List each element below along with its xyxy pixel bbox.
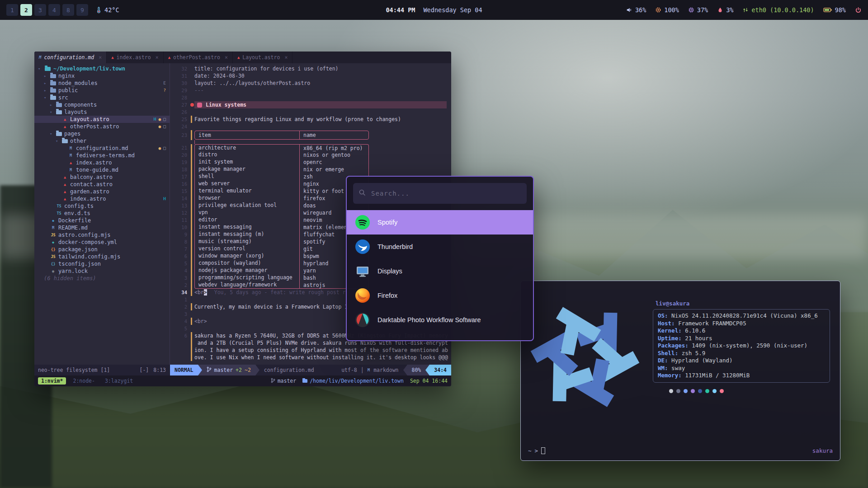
- tree-item[interactable]: ▾src: [34, 94, 170, 101]
- workspace-button[interactable]: 8: [62, 4, 74, 16]
- power-button[interactable]: [855, 7, 862, 14]
- line-number: 20: [170, 151, 191, 159]
- editor-tab[interactable]: ▲otherPost.astro×: [164, 52, 233, 63]
- shell-prompt[interactable]: ~ >: [528, 447, 545, 454]
- workspace-button[interactable]: 3: [34, 4, 46, 16]
- tree-item[interactable]: ▲garden.astro: [34, 188, 170, 195]
- tree-item[interactable]: ▸nginx: [34, 72, 170, 80]
- tree-item[interactable]: ◆docker-compose.yml: [34, 239, 170, 246]
- markdown-file-icon: M: [39, 55, 41, 60]
- launcher-search[interactable]: [353, 183, 527, 204]
- network-indicator[interactable]: eth0 (10.0.0.140): [742, 6, 814, 14]
- tree-item[interactable]: MREADME.md: [34, 224, 170, 231]
- tree-item[interactable]: (6 hidden items): [34, 275, 170, 282]
- tree-item[interactable]: TSconfig.ts: [34, 202, 170, 210]
- tree-item[interactable]: ▸public?: [34, 87, 170, 94]
- tree-root[interactable]: ▾ ~/Development/liv.town: [34, 65, 170, 72]
- file-type-icon: ▲: [62, 195, 68, 202]
- editor-tab[interactable]: ▲index.astro×: [107, 52, 164, 63]
- launcher-item[interactable]: Firefox: [347, 283, 533, 308]
- tree-item-label: garden.astro: [70, 188, 109, 195]
- tree-item[interactable]: ▾pages: [34, 130, 170, 137]
- tree-item[interactable]: JStailwind.config.mjs: [34, 253, 170, 260]
- file-type-icon: ◆: [50, 217, 56, 224]
- tmux-window[interactable]: 3:lazygit: [102, 377, 136, 385]
- close-tab-icon[interactable]: ×: [156, 54, 159, 61]
- tree-item[interactable]: ▸node_modulesE: [34, 80, 170, 87]
- thunderbird-icon: [355, 239, 370, 254]
- tree-item-label: tsconfig.json: [58, 260, 101, 267]
- launcher-item[interactable]: Darktable Photo Workflow Software: [347, 308, 533, 332]
- sign-column: [191, 245, 194, 253]
- fetch-info-row: Shell: zsh 5.9: [658, 350, 825, 357]
- volume-indicator[interactable]: 36%: [626, 6, 646, 14]
- tree-item[interactable]: ▲Layout.astroH●□: [34, 116, 170, 123]
- volume-value: 36%: [635, 6, 646, 14]
- close-tab-icon[interactable]: ×: [284, 54, 288, 61]
- tree-item[interactable]: JSastro.config.mjs: [34, 231, 170, 239]
- chevron-down-icon: ▾: [56, 137, 60, 145]
- tree-item[interactable]: {}tsconfig.json: [34, 260, 170, 267]
- close-tab-icon[interactable]: ×: [99, 54, 102, 61]
- line-number: 24: [170, 123, 191, 130]
- tree-item[interactable]: ▲index.astro: [34, 159, 170, 166]
- tree-item[interactable]: ▾other: [34, 137, 170, 145]
- launcher-item[interactable]: Displays: [347, 259, 533, 283]
- tree-item[interactable]: ▲otherPost.astro●□: [34, 123, 170, 130]
- fetch-info-key: Host:: [658, 320, 678, 327]
- battery-indicator[interactable]: 98%: [823, 6, 846, 14]
- tree-item[interactable]: ◉yarn.lock: [34, 267, 170, 275]
- tree-item[interactable]: TSenv.d.ts: [34, 210, 170, 217]
- table-cell-item: architecture: [195, 145, 300, 151]
- cpu-indicator[interactable]: 37%: [688, 6, 708, 14]
- tree-item[interactable]: Mfediverse-terms.md: [34, 152, 170, 159]
- tree-item[interactable]: Mconfiguration.md●□: [34, 145, 170, 152]
- launcher-item-label: Thunderbird: [377, 243, 413, 250]
- fetch-info-row: OS: NixOS 24.11.20240828.71e91c4 (Vicuna…: [658, 312, 825, 320]
- tree-status-fold: [-]: [140, 367, 149, 373]
- git-status-badges: H●□: [154, 116, 166, 123]
- git-status-badges: E: [163, 80, 166, 87]
- brightness-indicator[interactable]: 100%: [655, 6, 679, 14]
- sign-column: [191, 202, 194, 209]
- fetch-info-key: Memory:: [658, 372, 685, 379]
- folder-open-icon: [56, 132, 62, 136]
- tmux-window[interactable]: 2:node-: [70, 377, 98, 385]
- launcher-app-list: SpotifyThunderbirdDisplaysFirefoxDarktab…: [347, 210, 533, 332]
- editor-tab[interactable]: Mconfiguration.md×: [34, 52, 107, 63]
- tree-item[interactable]: {}package.json: [34, 246, 170, 253]
- network-arrows-icon: [742, 7, 749, 13]
- tree-item[interactable]: ▸components: [34, 101, 170, 108]
- file-type-icon: ▲: [62, 174, 68, 181]
- workspace-button[interactable]: 9: [76, 4, 88, 16]
- editor-tab[interactable]: ▲Layout.astro×: [233, 52, 292, 63]
- memory-value: 3%: [726, 6, 733, 14]
- launcher-item[interactable]: Thunderbird: [347, 235, 533, 259]
- line-number: 28: [170, 94, 191, 101]
- sign-column: [191, 101, 194, 108]
- fetch-info-row: Memory: 11731MiB / 31280MiB: [658, 372, 825, 380]
- launcher-item[interactable]: Spotify: [347, 210, 533, 235]
- fetch-info-value: zsh 5.9: [682, 350, 706, 357]
- workspace-button[interactable]: 2: [20, 4, 32, 16]
- tree-item[interactable]: ▲contact.astro: [34, 181, 170, 188]
- close-tab-icon[interactable]: ×: [225, 54, 228, 61]
- tree-item[interactable]: Mtone-guide.md: [34, 166, 170, 174]
- tree-item[interactable]: ▲balcony.astro: [34, 174, 170, 181]
- tmux-window[interactable]: 1:nvim*: [38, 377, 66, 385]
- line-number: 3: [170, 310, 191, 318]
- workspace-button[interactable]: 1: [6, 4, 18, 16]
- table-header-box: itemname: [194, 131, 369, 140]
- tree-item[interactable]: ◆Dockerfile: [34, 217, 170, 224]
- line-number: 34: [170, 289, 191, 296]
- workspace-button[interactable]: 4: [48, 4, 60, 16]
- memory-indicator[interactable]: 3%: [717, 6, 733, 14]
- sign-column: [191, 65, 194, 72]
- tree-item-label: layouts: [64, 108, 87, 116]
- buffer-line: 27Linux systems: [170, 101, 451, 108]
- tree-item[interactable]: ▲index.astroH: [34, 195, 170, 202]
- table-cell-name: nixos or gentoo: [300, 151, 368, 159]
- search-input[interactable]: [370, 189, 521, 197]
- launcher-item-label: Displays: [377, 267, 402, 275]
- tree-item[interactable]: ▾layouts: [34, 108, 170, 116]
